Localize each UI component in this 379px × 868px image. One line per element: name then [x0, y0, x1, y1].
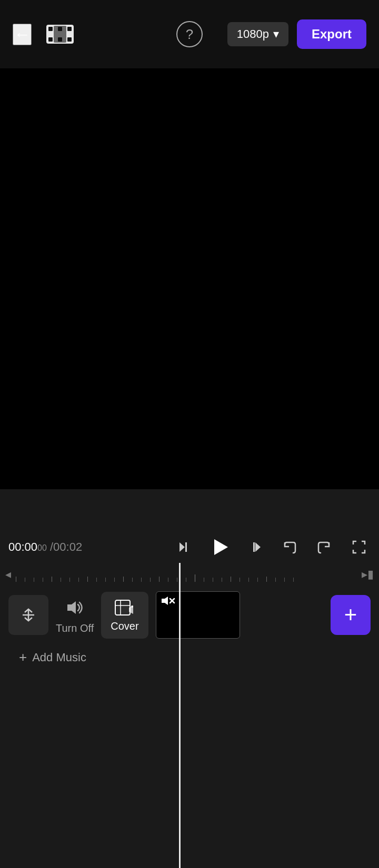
filmstrip-icon [46, 24, 74, 45]
undo-button[interactable] [278, 536, 301, 559]
header-center: ? [176, 21, 203, 47]
header-left: ← [13, 24, 74, 45]
add-clip-button[interactable]: + [331, 595, 371, 635]
ruler-ticks [0, 569, 379, 580]
main-track-row: Turn Off Cover [0, 586, 379, 644]
svg-marker-11 [255, 542, 261, 552]
svg-rect-9 [185, 542, 187, 552]
timeline-container: ◂ [0, 563, 379, 868]
cover-icon [113, 598, 136, 617]
help-button[interactable]: ? [176, 21, 203, 47]
video-preview [0, 68, 379, 489]
timecode-bar: 00:0000 /00:02 [0, 531, 379, 563]
resolution-selector[interactable]: 1080p ▾ [227, 22, 288, 46]
play-button[interactable] [208, 536, 232, 559]
svg-rect-15 [115, 600, 130, 615]
speaker-icon [60, 596, 89, 619]
redo-button[interactable] [313, 536, 336, 559]
svg-rect-1 [48, 27, 53, 31]
chevron-down-icon: ▾ [273, 27, 279, 41]
skip-forward-button[interactable] [243, 536, 266, 559]
export-button[interactable]: Export [297, 19, 366, 49]
timeline-area: 00:0000 /00:02 [0, 489, 379, 868]
svg-rect-6 [67, 37, 72, 42]
add-music-row: + Add Music [11, 644, 379, 671]
track-sort-button[interactable] [8, 595, 48, 635]
header-right: 1080p ▾ Export [227, 19, 366, 49]
fullscreen-button[interactable] [347, 536, 371, 559]
svg-marker-14 [67, 601, 76, 614]
cover-button[interactable]: Cover [101, 592, 148, 639]
svg-rect-7 [54, 26, 66, 43]
svg-rect-12 [253, 542, 255, 552]
svg-point-18 [131, 605, 133, 608]
mute-icon [161, 595, 175, 609]
video-clip [156, 591, 240, 639]
transport-controls [174, 536, 371, 559]
svg-rect-3 [67, 27, 72, 31]
skip-back-button[interactable] [174, 536, 197, 559]
back-button[interactable]: ← [13, 24, 32, 45]
svg-marker-10 [214, 539, 228, 555]
header: ← ? 1080p ▾ Export [0, 0, 379, 68]
svg-marker-19 [162, 597, 168, 605]
plus-icon: + [19, 649, 27, 665]
add-music-button[interactable]: + Add Music [19, 649, 86, 665]
svg-marker-8 [179, 542, 185, 552]
turn-off-button[interactable]: Turn Off [56, 596, 94, 634]
timeline-ruler: ◂ [0, 563, 379, 586]
timecode-display: 00:0000 /00:02 [8, 540, 82, 554]
ruler-right-arrows: ▸▮ [362, 568, 374, 581]
svg-rect-4 [48, 37, 53, 42]
